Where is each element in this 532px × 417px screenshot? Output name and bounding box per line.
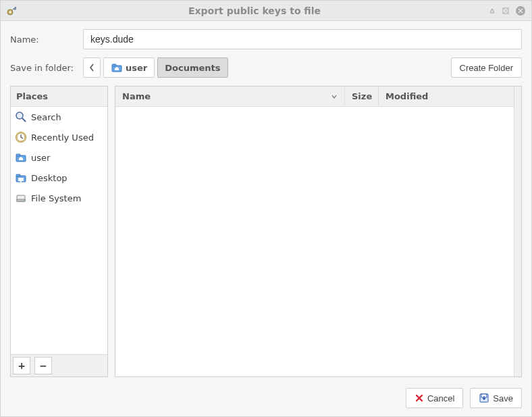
home-folder-icon	[111, 62, 123, 74]
column-headers: Name Size Modified	[115, 87, 514, 107]
dialog-body: Name: Save in folder: user Do	[1, 21, 531, 416]
maximize-icon[interactable]	[502, 7, 510, 15]
drive-icon	[15, 192, 27, 204]
svg-rect-12	[16, 174, 20, 176]
chevron-left-icon	[89, 64, 95, 72]
minimize-icon[interactable]	[488, 7, 496, 15]
cancel-label: Cancel	[427, 393, 454, 403]
scrollbar[interactable]	[514, 87, 521, 376]
places-item-desktop[interactable]: Desktop	[11, 168, 107, 188]
svg-rect-5	[112, 64, 116, 66]
home-folder-icon	[15, 151, 27, 164]
search-icon	[15, 111, 27, 123]
dialog-footer: Cancel Save	[10, 385, 522, 408]
cancel-icon	[415, 393, 424, 403]
column-modified-label: Modified	[385, 91, 428, 101]
name-row: Name:	[10, 29, 522, 49]
places-item-label: File System	[31, 193, 81, 203]
file-chooser: Places Search Recently Used	[10, 86, 522, 377]
svg-rect-13	[18, 178, 24, 181]
desktop-icon	[15, 172, 27, 184]
svg-rect-10	[16, 154, 20, 156]
file-rows[interactable]	[115, 107, 514, 376]
sort-indicator-icon	[331, 93, 338, 100]
svg-point-6	[16, 112, 23, 119]
path-segment-label: user	[126, 63, 147, 73]
places-item-filesystem[interactable]: File System	[11, 188, 107, 208]
svg-point-1	[9, 11, 11, 13]
add-bookmark-button[interactable]: +	[13, 357, 30, 374]
svg-rect-14	[20, 181, 22, 182]
clock-icon	[15, 131, 27, 143]
column-header-size[interactable]: Size	[345, 87, 379, 106]
places-item-label: Desktop	[31, 173, 68, 183]
path-segment-documents[interactable]: Documents	[157, 57, 228, 78]
places-toolbar: + −	[11, 354, 107, 376]
places-header: Places	[11, 87, 107, 107]
window-controls	[488, 5, 526, 16]
svg-point-17	[23, 200, 24, 201]
name-label: Name:	[10, 34, 78, 45]
places-item-label: Search	[31, 112, 61, 122]
filename-input[interactable]	[83, 29, 522, 49]
save-button[interactable]: Save	[470, 388, 522, 408]
path-segment-label: Documents	[165, 63, 220, 73]
plus-icon: +	[18, 360, 26, 371]
places-list: Search Recently Used user	[11, 107, 107, 354]
save-label: Save	[493, 393, 513, 403]
titlebar: Export public keys to file	[1, 1, 531, 21]
create-folder-button[interactable]: Create Folder	[451, 57, 522, 78]
folder-label: Save in folder:	[10, 63, 78, 73]
places-item-label: user	[31, 153, 50, 163]
column-header-name[interactable]: Name	[115, 87, 345, 106]
places-item-label: Recently Used	[31, 132, 94, 143]
export-dialog: Export public keys to file Name: Save in…	[0, 0, 532, 417]
folder-row: Save in folder: user Documents	[10, 57, 522, 78]
save-icon	[479, 393, 489, 403]
close-icon[interactable]	[515, 5, 526, 16]
window-title: Export public keys to file	[21, 5, 488, 16]
places-item-home[interactable]: user	[11, 147, 107, 168]
column-name-label: Name	[122, 91, 151, 101]
places-item-recent[interactable]: Recently Used	[11, 127, 107, 147]
cancel-button[interactable]: Cancel	[406, 388, 463, 408]
column-size-label: Size	[352, 91, 372, 101]
places-panel: Places Search Recently Used	[10, 86, 108, 377]
app-icon	[6, 5, 17, 16]
create-folder-label: Create Folder	[460, 63, 513, 73]
places-item-search[interactable]: Search	[11, 107, 107, 127]
remove-bookmark-button[interactable]: −	[34, 357, 52, 374]
minus-icon: −	[39, 360, 47, 371]
path-segment-user[interactable]: user	[103, 57, 155, 78]
column-header-modified[interactable]: Modified	[379, 87, 514, 106]
path-back-button[interactable]	[83, 57, 101, 78]
path-breadcrumb: user Documents	[83, 57, 228, 78]
file-list-panel: Name Size Modified	[115, 86, 522, 377]
